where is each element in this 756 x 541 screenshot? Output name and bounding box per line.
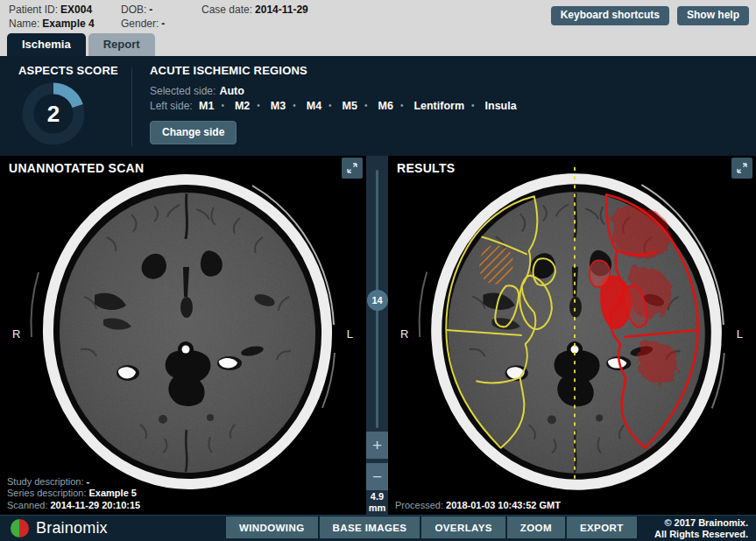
ct-scan-image[interactable] (0, 156, 366, 515)
base-images-button[interactable]: BASE IMAGES (320, 516, 420, 538)
overlays-button[interactable]: OVERLAYS (421, 516, 505, 538)
patient-dob: DOB:- (121, 4, 193, 18)
expand-icon (736, 162, 748, 174)
unannotated-scan-panel: UNANNOTATED SCAN R L Study description:-… (0, 156, 366, 515)
zoom-button[interactable]: ZOOM (507, 516, 565, 538)
orientation-label-right: R (12, 327, 20, 341)
tab-bar: Ischemia Report (0, 32, 756, 56)
ct-scan-annotated[interactable] (388, 156, 756, 515)
patient-name: Name:Example 4 (9, 18, 112, 32)
aspects-score-value: 2 (47, 101, 60, 127)
case-date: Case date:2014-11-29 (201, 4, 308, 18)
region-m1: M1 (199, 100, 214, 112)
region-m2: M2 (235, 100, 250, 112)
brainomix-logo-icon (11, 519, 29, 537)
windowing-button[interactable]: WINDOWING (226, 516, 318, 538)
aspects-score-title: ASPECTS SCORE (18, 64, 118, 77)
export-button[interactable]: EXPORT (567, 516, 637, 538)
acute-regions-title: ACUTE ISCHEMIC REGIONS (150, 64, 517, 77)
aspects-score-gauge: 2 (19, 80, 88, 148)
copyright: © 2017 Brainomix. All Rights Reserved. (654, 516, 756, 541)
region-m3: M3 (271, 100, 286, 112)
show-help-button[interactable]: Show help (677, 6, 749, 25)
keyboard-shortcuts-button[interactable]: Keyboard shortcuts (551, 6, 669, 25)
expand-button[interactable] (342, 158, 363, 179)
affected-regions-row: Left side: M1•M2•M3•M4•M5•M6•Lentiform•I… (150, 100, 517, 112)
expand-button[interactable] (731, 158, 752, 179)
orientation-label-right: R (400, 327, 408, 341)
region-m4: M4 (307, 100, 321, 112)
patient-info: Patient ID:EX004 DOB:- Case date:2014-11… (9, 4, 308, 32)
tab-ischemia[interactable]: Ischemia (7, 33, 86, 56)
brand-name: Brainomix (36, 519, 108, 537)
slice-slider-handle[interactable]: 14 (367, 290, 388, 311)
zoom-out-button[interactable]: − (366, 463, 388, 490)
region-insula: Insula (485, 100, 517, 112)
aspects-band: ASPECTS SCORE 2 ACUTE ISCHEMIC REGIONS S… (0, 56, 756, 156)
slice-thickness-label: 4.9 mm (366, 491, 388, 514)
patient-id: Patient ID:EX004 (9, 4, 112, 18)
tab-report[interactable]: Report (88, 33, 155, 56)
slice-slider-strip: 14 + − 4.9 mm (366, 156, 388, 515)
orientation-label-left: L (347, 327, 353, 341)
panel-title-unannotated: UNANNOTATED SCAN (9, 161, 144, 175)
brand-block: Brainomix (0, 516, 226, 541)
orientation-label-left: L (737, 327, 743, 341)
panel-title-results: RESULTS (397, 161, 455, 175)
processing-metadata: Processed:2018-01-03 10:43:52 GMT (395, 500, 561, 512)
patient-gender: Gender:- (121, 18, 193, 32)
region-m5: M5 (343, 100, 357, 112)
results-panel: RESULTS R L Processed:2018-01-03 10:43:5… (388, 156, 756, 515)
viewer-area: UNANNOTATED SCAN R L Study description:-… (0, 156, 756, 515)
region-lentiform: Lentiform (413, 100, 464, 112)
expand-icon (346, 162, 358, 174)
selected-side-row: Selected side:Auto (150, 85, 517, 97)
zoom-in-button[interactable]: + (366, 432, 388, 459)
bottom-toolbar: Brainomix WINDOWING BASE IMAGES OVERLAYS… (0, 515, 756, 541)
region-m6: M6 (378, 100, 393, 112)
change-side-button[interactable]: Change side (150, 121, 237, 144)
scan-metadata: Study description:- Series description:E… (7, 476, 140, 512)
patient-header: Patient ID:EX004 DOB:- Case date:2014-11… (0, 0, 756, 32)
